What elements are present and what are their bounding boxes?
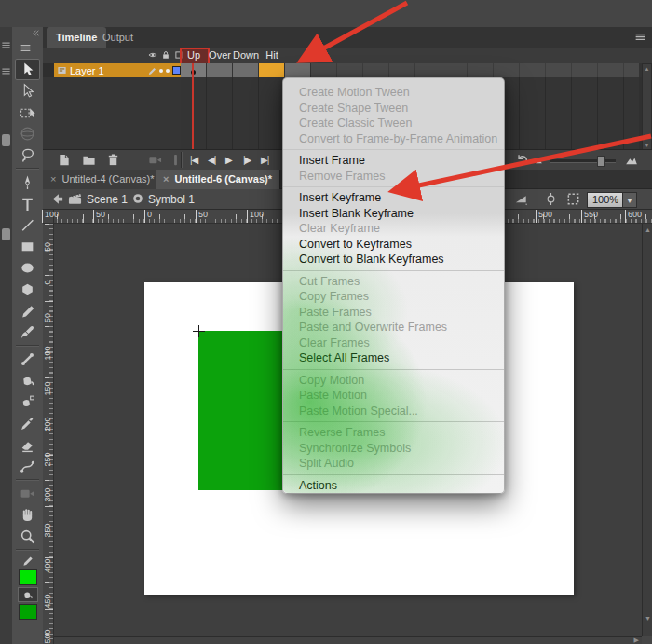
fill-color-swatch[interactable]: [19, 604, 37, 620]
playhead-line[interactable]: [192, 63, 194, 149]
eye-icon[interactable]: [148, 50, 157, 60]
lock-icon[interactable]: [161, 50, 170, 60]
zoom-out-frames-icon[interactable]: [535, 158, 543, 164]
undo-loop-icon[interactable]: [516, 153, 529, 166]
vertical-ruler: 50050100150200250300350400450500: [43, 224, 54, 644]
symbol-icon[interactable]: [131, 192, 144, 205]
scroll-up-icon[interactable]: ▲: [643, 65, 651, 73]
dock-panel-tab[interactable]: [2, 134, 10, 146]
vertical-scrollbar[interactable]: ▲ ▼: [642, 224, 652, 636]
tab-output[interactable]: Output: [93, 27, 143, 48]
edit-symbols-icon[interactable]: [514, 192, 528, 206]
breadcrumb-symbol[interactable]: Symbol 1: [148, 189, 195, 210]
tool-ink-bottle[interactable]: [15, 391, 40, 413]
timeline-scrollbar[interactable]: ▲ ▼: [642, 63, 652, 151]
document-tab-1[interactable]: ×Untitled-4 (Canvas)*: [43, 170, 162, 189]
tool-eyedropper[interactable]: [15, 413, 40, 434]
scroll-down-icon[interactable]: ▼: [643, 142, 651, 149]
tool-eraser[interactable]: [15, 434, 40, 456]
tool-line[interactable]: [15, 214, 40, 236]
frame-cell-3[interactable]: [233, 63, 259, 77]
frame-size-slider-track[interactable]: [550, 159, 616, 163]
scroll-right-icon[interactable]: ▶: [634, 637, 639, 644]
tool-lasso[interactable]: [15, 144, 40, 166]
new-folder-icon[interactable]: [82, 153, 96, 167]
layer-visibility-controls: [148, 50, 183, 60]
frame-cell-2[interactable]: [207, 63, 233, 77]
scroll-down-icon[interactable]: ▼: [645, 615, 651, 623]
dock-menu-icon[interactable]: [1, 40, 11, 50]
back-arrow-icon[interactable]: [50, 192, 64, 206]
stroke-color-icon[interactable]: [18, 553, 38, 568]
breadcrumb-scene[interactable]: Scene 1: [87, 189, 128, 210]
menu-separator: [283, 421, 504, 422]
last-frame-button[interactable]: ▶|: [261, 150, 268, 171]
zoom-dropdown-button[interactable]: ▼: [622, 192, 637, 208]
scroll-up-icon[interactable]: ▲: [645, 226, 651, 234]
timeline-tab-bar: Timeline Output: [43, 27, 652, 48]
crosshair-registration-icon[interactable]: [544, 192, 558, 206]
menu-item-actions[interactable]: Actions: [283, 478, 504, 494]
layer-outline-color-swatch[interactable]: [172, 66, 181, 75]
tools-panel-menu-icon[interactable]: [20, 42, 32, 54]
tool-subselection[interactable]: [15, 80, 40, 102]
layer-row[interactable]: Layer 1: [43, 63, 652, 77]
document-tab-2-active[interactable]: ×Untitled-6 (Canvas)*: [156, 170, 280, 189]
frame-cell-1[interactable]: [181, 63, 207, 77]
tool-rectangle[interactable]: [15, 236, 40, 257]
ruler-v-label: 100: [43, 339, 52, 367]
zoom-in-frames-icon[interactable]: [625, 156, 638, 165]
ruler-v-label: 450: [43, 587, 52, 615]
panel-menu-icon[interactable]: [634, 31, 646, 43]
dock-panel-tab[interactable]: [2, 228, 10, 240]
timeline-header-row: UpOverDownHit: [43, 48, 652, 64]
menu-item-select-all-frames[interactable]: Select All Frames: [283, 350, 504, 366]
collapse-panel-icon[interactable]: [32, 29, 40, 37]
tool-selection[interactable]: [15, 59, 40, 80]
menu-item-convert-to-blank-keyframes[interactable]: Convert to Blank Keyframes: [283, 252, 504, 267]
tool-polystar[interactable]: [15, 279, 40, 300]
tool-brush[interactable]: [15, 322, 40, 343]
fill-color-icon[interactable]: [18, 587, 38, 602]
tool-separator: [16, 549, 39, 551]
frame-cell-4-selected[interactable]: [259, 63, 285, 77]
layer-name[interactable]: Layer 1: [70, 65, 144, 76]
ruler-v-label: 0: [43, 268, 52, 296]
frame-size-slider-handle[interactable]: [597, 156, 605, 167]
stroke-color-swatch[interactable]: [19, 569, 37, 585]
menu-item-insert-keyframe[interactable]: Insert Keyframe: [283, 190, 504, 206]
horizontal-scrollbar[interactable]: ▶: [54, 636, 642, 644]
layer-visible-dot[interactable]: [159, 69, 163, 73]
layer-entry[interactable]: Layer 1: [54, 63, 181, 77]
tool-hand[interactable]: [15, 504, 40, 526]
window-top-band: [0, 0, 652, 28]
prev-frame-button[interactable]: ◀|: [208, 150, 215, 171]
tool-pen[interactable]: [15, 171, 40, 193]
frame-cell-5[interactable]: [285, 63, 311, 77]
menu-item-insert-blank-keyframe[interactable]: Insert Blank Keyframe: [283, 206, 504, 222]
tool-text[interactable]: [15, 193, 40, 214]
close-tab-icon[interactable]: ×: [50, 173, 56, 185]
tool-pencil[interactable]: [15, 300, 40, 322]
scene-clapperboard-icon[interactable]: [68, 192, 82, 206]
tool-free-transform[interactable]: [15, 102, 40, 123]
new-layer-icon[interactable]: [57, 153, 71, 167]
close-tab-icon[interactable]: ×: [163, 173, 169, 185]
dock-menu-icon[interactable]: [1, 66, 11, 76]
ruler-v-label: 300: [43, 481, 52, 509]
delete-layer-icon[interactable]: [106, 153, 120, 167]
menu-item-convert-to-keyframes[interactable]: Convert to Keyframes: [283, 237, 504, 253]
layer-unlocked-dot[interactable]: [166, 69, 170, 73]
clip-to-stage-icon[interactable]: [566, 192, 580, 206]
tool-paint-bucket[interactable]: [15, 370, 40, 391]
ruler-h-label: 50: [196, 210, 208, 223]
first-frame-button[interactable]: |◀: [190, 150, 197, 171]
next-frame-button[interactable]: |▶: [243, 150, 251, 171]
menu-item-insert-frame[interactable]: Insert Frame: [283, 153, 504, 169]
play-button[interactable]: ▶: [225, 150, 232, 171]
tool-oval[interactable]: [15, 257, 40, 279]
tool-bone[interactable]: [15, 349, 40, 370]
tool-asset-warp[interactable]: [15, 456, 40, 477]
tool-magnifier[interactable]: [15, 526, 40, 547]
tool-camera: [15, 483, 40, 504]
